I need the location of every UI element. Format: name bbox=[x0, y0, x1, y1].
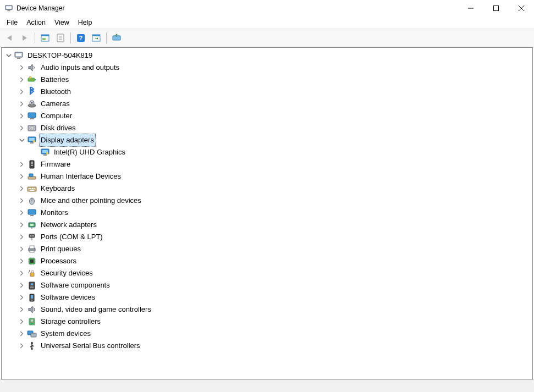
tree-category-label: Keyboards bbox=[39, 182, 76, 195]
security-icon bbox=[27, 268, 37, 278]
hid-icon bbox=[27, 172, 37, 181]
toolbar-back-button[interactable] bbox=[2, 31, 16, 45]
chevron-right-icon[interactable] bbox=[18, 257, 26, 265]
maximize-button[interactable] bbox=[483, 0, 509, 16]
chevron-right-icon[interactable] bbox=[18, 124, 26, 132]
menu-bar: File Action View Help bbox=[0, 16, 534, 29]
tree-category-label: Print queues bbox=[39, 242, 82, 256]
tree-category-row[interactable]: Processors bbox=[2, 255, 532, 267]
chevron-right-icon[interactable] bbox=[18, 294, 26, 301]
chevron-right-icon[interactable] bbox=[18, 233, 26, 241]
cpu-icon bbox=[27, 256, 37, 266]
chevron-right-icon[interactable] bbox=[18, 209, 26, 217]
tree-category-label: Network adapters bbox=[39, 218, 98, 231]
tree-category-label: Software components bbox=[39, 279, 112, 292]
tree-category-row[interactable]: Security devices bbox=[2, 267, 532, 279]
printer-icon bbox=[27, 244, 37, 254]
chevron-right-icon[interactable] bbox=[18, 281, 26, 289]
minimize-button[interactable] bbox=[458, 0, 483, 16]
tree-category-label: Sound, video and game controllers bbox=[39, 303, 153, 316]
tree-category-row[interactable]: Software components bbox=[2, 279, 532, 291]
chevron-right-icon[interactable] bbox=[18, 318, 26, 325]
usb-icon bbox=[27, 341, 37, 351]
toolbar-show-hidden-button[interactable] bbox=[38, 31, 52, 45]
battery-icon bbox=[27, 75, 37, 85]
chevron-right-icon[interactable] bbox=[18, 306, 26, 313]
menu-action[interactable]: Action bbox=[22, 18, 50, 27]
ports-icon bbox=[27, 232, 37, 242]
tree-category-row[interactable]: System devices bbox=[2, 328, 532, 340]
tree-category-row[interactable]: Disk drives bbox=[2, 122, 532, 134]
tree-category-row[interactable]: Storage controllers bbox=[2, 316, 532, 328]
tree-category-row[interactable]: Print queues bbox=[2, 243, 532, 255]
chevron-down-icon[interactable] bbox=[5, 52, 13, 59]
tree-category-row[interactable]: Keyboards bbox=[2, 183, 532, 195]
toolbar-separator bbox=[106, 32, 107, 43]
device-tree-pane[interactable]: DESKTOP-504K819 Audio inputs and outputs… bbox=[1, 47, 533, 379]
tree-category-row[interactable]: Network adapters bbox=[2, 219, 532, 231]
chevron-right-icon[interactable] bbox=[18, 173, 26, 180]
toolbar-scan-hardware-button[interactable] bbox=[89, 31, 103, 45]
tree-category-label: Batteries bbox=[39, 73, 70, 86]
tree-device-label: Intel(R) UHD Graphics bbox=[52, 146, 127, 159]
chevron-right-icon[interactable] bbox=[18, 342, 26, 350]
tree-root-row[interactable]: DESKTOP-504K819 bbox=[2, 49, 532, 62]
display-icon bbox=[40, 147, 50, 157]
tree-category-label: Display adapters bbox=[39, 134, 96, 147]
chevron-right-icon[interactable] bbox=[18, 64, 26, 71]
tree-category-label: Human Interface Devices bbox=[39, 170, 123, 183]
chevron-right-icon[interactable] bbox=[18, 161, 26, 168]
chevron-right-icon[interactable] bbox=[18, 197, 26, 205]
tree-category-row[interactable]: Display adapters bbox=[2, 134, 532, 146]
monitor-icon bbox=[27, 208, 37, 218]
toolbar bbox=[0, 29, 534, 47]
tree-category-row[interactable]: Bluetooth bbox=[2, 86, 532, 98]
menu-file[interactable]: File bbox=[2, 18, 22, 27]
chevron-right-icon[interactable] bbox=[18, 330, 26, 338]
chevron-right-icon[interactable] bbox=[18, 76, 26, 84]
tree-device-row[interactable]: Intel(R) UHD Graphics bbox=[2, 146, 532, 158]
menu-help[interactable]: Help bbox=[74, 18, 97, 27]
firmware-icon bbox=[27, 159, 37, 169]
tree-category-row[interactable]: Firmware bbox=[2, 158, 532, 170]
tree-category-row[interactable]: Cameras bbox=[2, 98, 532, 110]
swcomp-icon bbox=[27, 280, 37, 290]
tree-category-row[interactable]: Universal Serial Bus controllers bbox=[2, 340, 532, 352]
tree-category-row[interactable]: Software devices bbox=[2, 291, 532, 303]
chevron-right-icon[interactable] bbox=[18, 88, 26, 96]
chevron-right-icon[interactable] bbox=[18, 185, 26, 192]
tree-category-row[interactable]: Computer bbox=[2, 110, 532, 122]
device-tree: DESKTOP-504K819 Audio inputs and outputs… bbox=[2, 48, 532, 354]
chevron-right-icon[interactable] bbox=[18, 245, 26, 253]
titlebar[interactable]: Device Manager bbox=[0, 0, 534, 16]
tree-category-row[interactable]: Batteries bbox=[2, 74, 532, 86]
tree-category-row[interactable]: Audio inputs and outputs bbox=[2, 62, 532, 74]
tree-category-row[interactable]: Sound, video and game controllers bbox=[2, 303, 532, 316]
bluetooth-icon bbox=[27, 87, 37, 97]
toolbar-forward-button[interactable] bbox=[18, 31, 32, 45]
display-icon bbox=[27, 135, 37, 145]
toolbar-separator bbox=[70, 32, 71, 43]
tree-root-label: DESKTOP-504K819 bbox=[26, 49, 94, 62]
menu-view[interactable]: View bbox=[50, 18, 74, 27]
tree-category-label: Security devices bbox=[39, 267, 95, 280]
toolbar-add-legacy-button[interactable] bbox=[109, 31, 124, 45]
tree-category-row[interactable]: Monitors bbox=[2, 207, 532, 219]
tree-category-row[interactable]: Mice and other pointing devices bbox=[2, 195, 532, 207]
chevron-right-icon[interactable] bbox=[18, 221, 26, 229]
tree-category-label: Universal Serial Bus controllers bbox=[39, 339, 142, 352]
tree-category-row[interactable]: Human Interface Devices bbox=[2, 170, 532, 183]
chevron-right-icon[interactable] bbox=[18, 269, 26, 277]
disk-icon bbox=[27, 123, 37, 133]
tree-category-row[interactable]: Ports (COM & LPT) bbox=[2, 231, 532, 243]
sound-icon bbox=[27, 305, 37, 314]
tree-category-label: Disk drives bbox=[39, 122, 78, 135]
chevron-down-icon[interactable] bbox=[18, 136, 26, 144]
close-button[interactable] bbox=[509, 0, 534, 16]
chevron-right-icon[interactable] bbox=[18, 112, 26, 120]
tree-category-label: Bluetooth bbox=[39, 85, 73, 98]
toolbar-properties-button[interactable] bbox=[53, 31, 68, 45]
chevron-right-icon[interactable] bbox=[18, 100, 26, 108]
toolbar-help-button[interactable] bbox=[74, 31, 88, 45]
tree-category-label: Mice and other pointing devices bbox=[39, 194, 143, 207]
